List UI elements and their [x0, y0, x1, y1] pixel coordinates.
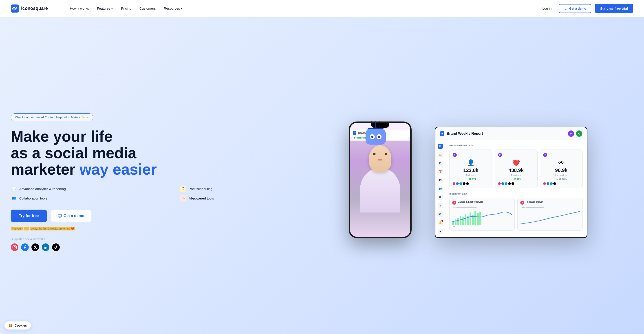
nav-right: Log in Get a demo Start my free trial	[539, 4, 633, 13]
hero-ctas: Try for free Get a demo	[11, 210, 344, 222]
svg-point-4	[14, 246, 16, 248]
tiktok-icon[interactable]	[52, 243, 60, 251]
phone-image	[350, 141, 410, 237]
nav-links: How it works Features ▾ Pricing Customer…	[56, 0, 196, 17]
collab-icon: 👥	[11, 195, 17, 201]
source-icons-2	[498, 182, 534, 185]
social-icons-list	[11, 243, 344, 251]
analytics-icon: 📊	[11, 186, 17, 192]
feature-ai: ✨ AI-powered tools	[180, 195, 344, 201]
dashboard-logo-icon	[440, 131, 444, 136]
sidebar-star-icon[interactable]: ★	[438, 229, 443, 234]
chevron-down-icon: ▾	[111, 6, 113, 10]
logo[interactable]: iconosquare	[11, 4, 48, 12]
global-data-title: Brand – Global data	[449, 144, 583, 147]
nav-pricing[interactable]: Pricing	[118, 5, 134, 12]
svg-rect-2	[58, 214, 61, 217]
sidebar-image-icon[interactable]: 🖼	[438, 178, 443, 183]
logo-text: iconosquare	[21, 6, 48, 11]
ai-feature-badge[interactable]: Check out our new AI Content Inspiration…	[11, 113, 93, 121]
growth-mini-chart	[520, 209, 580, 225]
start-trial-button[interactable]: Start my free trial	[595, 4, 633, 13]
feature-scheduling: 🗓 Post scheduling	[180, 186, 344, 192]
card1-avatar: P	[453, 153, 457, 157]
followers-value: 122.8k	[453, 167, 489, 173]
sidebar-settings-icon[interactable]: ⚙	[438, 212, 443, 217]
robot-mascot	[362, 122, 389, 149]
chart2-avatar: ●	[520, 201, 524, 205]
instagram-icon[interactable]	[11, 243, 18, 251]
cookie-icon: 🍪	[8, 324, 12, 327]
card3-avatar: P	[543, 153, 547, 157]
ai-icon: ✨	[180, 195, 186, 201]
source-icons-3	[543, 182, 579, 185]
growth-chart-card: ● Follower growth ℹ — 150K ─────────────…	[517, 198, 583, 231]
impressions-value: 96.9k	[543, 167, 579, 173]
nav-left: iconosquare How it works Features ▾ Pric…	[11, 0, 196, 17]
sidebar-notification-icon[interactable]: 🔔	[438, 220, 443, 225]
facebook-icon[interactable]	[21, 243, 29, 251]
sidebar-table-icon[interactable]: ⊞	[438, 195, 443, 200]
growth-line-svg	[520, 209, 580, 225]
chart-line-svg	[452, 209, 512, 225]
reactions-value: 438.9k	[498, 167, 534, 173]
card-icon: 💳	[24, 227, 29, 230]
dashboard-main: Brand – Global data P • — 👤 122.8k F	[445, 140, 587, 237]
hero-features-list: 📊 Advanced analytics & reporting 🗓 Post …	[11, 186, 344, 201]
cookies-label: Cookies	[14, 324, 27, 327]
sidebar-chart-icon[interactable]: 📊	[438, 152, 443, 157]
avatar-1: P	[568, 131, 574, 137]
followers-icon: 👤	[453, 159, 489, 167]
dashboard-cards: P • — 👤 122.8k Followers ↑ +94.65%	[449, 150, 583, 188]
nav-resources[interactable]: Resources ▾	[161, 4, 186, 12]
linkedin-icon[interactable]	[42, 243, 50, 251]
cookies-bar[interactable]: 🍪 Cookies	[4, 322, 31, 330]
logo-icon	[11, 4, 19, 12]
reactions-change: ↑ +23.48%	[498, 178, 534, 180]
ig-src-icon	[453, 182, 456, 185]
feature-analytics: 📊 Advanced analytics & reporting	[11, 186, 175, 192]
navigation: iconosquare How it works Features ▾ Pric…	[0, 0, 644, 17]
chevron-down-icon: ▾	[181, 6, 182, 10]
get-demo-hero-button[interactable]: Get a demo	[50, 210, 92, 222]
followers-chart-card: ● Gained & Lost followers ℹ — 10K ──────…	[449, 198, 515, 231]
login-button[interactable]: Log in	[539, 5, 555, 12]
sidebar-people-icon[interactable]: 👥	[438, 186, 443, 191]
fb-src-icon	[456, 182, 459, 185]
x-src-icon	[463, 182, 466, 185]
sidebar-home-icon[interactable]: ⊞	[438, 144, 443, 149]
svg-rect-1	[564, 7, 567, 9]
followers-change: ↑ +94.65%	[453, 178, 489, 180]
instagram-data-title: Instagram data	[449, 192, 583, 195]
followers-mini-chart	[452, 209, 512, 225]
followers-label: Followers	[453, 174, 489, 177]
source-icons-1	[453, 182, 489, 185]
social-networks: Supported social networks	[11, 237, 344, 251]
hero-title: Make your life as a social media markete…	[11, 128, 344, 177]
get-demo-nav-button[interactable]: Get a demo	[559, 4, 591, 13]
sidebar-calendar-icon[interactable]: 📅	[438, 169, 443, 174]
nav-how-it-works[interactable]: How it works	[67, 5, 92, 12]
try-free-button[interactable]: Try for free	[11, 210, 47, 222]
nav-customers[interactable]: Customers	[136, 5, 159, 12]
sidebar-grid-icon[interactable]: ⊟	[438, 161, 443, 166]
sidebar-circle-icon[interactable]: ○	[438, 203, 443, 208]
twitter-x-icon[interactable]	[32, 243, 39, 251]
li-src-icon	[460, 182, 462, 185]
tt-src-icon	[466, 182, 469, 185]
demo-hero-icon	[58, 214, 62, 218]
avatar-2: G	[576, 131, 582, 137]
social-label: Supported social networks	[11, 237, 344, 241]
impressions-card: P • — 👁 96.9k Impressions → +0.00%	[540, 150, 583, 188]
chart1-avatar: ●	[452, 201, 456, 205]
dashboard-title: Brand Weekly Report	[446, 132, 483, 136]
svg-point-5	[15, 246, 16, 247]
card2-avatar: P	[498, 153, 502, 157]
reactions-card: P • — ❤️ 438.9k Reactions ↑ +23.48%	[495, 150, 538, 188]
svg-point-6	[44, 245, 45, 246]
impressions-label: Impressions	[543, 174, 579, 177]
nav-features[interactable]: Features ▾	[94, 4, 116, 12]
hero-content: Check out our new AI Content Inspiration…	[11, 113, 353, 251]
chart-section: ● Gained & Lost followers ℹ — 10K ──────…	[449, 198, 583, 231]
impressions-icon: 👁	[543, 159, 579, 167]
